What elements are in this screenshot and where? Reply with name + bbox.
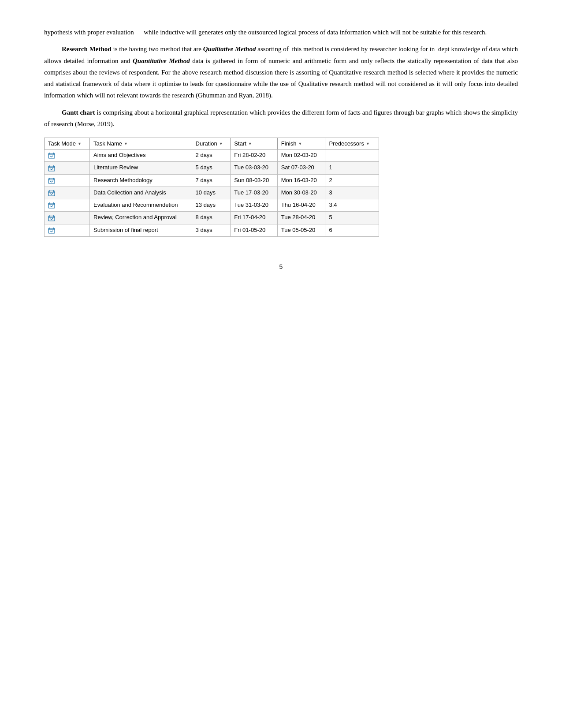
col-header-task-mode[interactable]: Task Mode ▼	[45, 138, 90, 149]
cell-finish: Mon 02-03-20	[277, 149, 325, 162]
task-mode-icon	[48, 189, 55, 197]
svg-rect-16	[48, 203, 55, 208]
table-row: Aims and Objectives2 daysFri 28-02-20Mon…	[45, 149, 379, 162]
col-duration-sort-icon: ▼	[219, 142, 223, 146]
task-mode-icon	[48, 227, 55, 234]
cell-predecessors: 3,4	[325, 199, 379, 212]
col-header-predecessors[interactable]: Predecessors ▼	[325, 138, 379, 149]
cell-task-name: Evaluation and Recommendetion	[90, 199, 192, 212]
cell-task-mode	[45, 174, 90, 187]
cell-predecessors: 5	[325, 212, 379, 224]
cell-task-name: Review, Correction and Approval	[90, 212, 192, 224]
paragraph-research-method: Research Method is the having two method…	[44, 43, 518, 101]
cell-task-mode	[45, 162, 90, 174]
task-mode-icon	[48, 164, 55, 172]
cell-task-mode	[45, 187, 90, 199]
col-header-start[interactable]: Start ▼	[231, 138, 277, 149]
svg-rect-24	[48, 228, 55, 233]
table-row: Literature Review5 daysTue 03-03-20Sat 0…	[45, 162, 379, 174]
cell-duration: 8 days	[192, 212, 231, 224]
col-start-label: Start	[234, 140, 246, 147]
cell-start: Sun 08-03-20	[231, 174, 277, 187]
col-task-mode-label: Task Mode	[48, 140, 76, 147]
cell-finish: Mon 16-03-20	[277, 174, 325, 187]
cell-duration: 2 days	[192, 149, 231, 162]
task-mode-icon	[48, 202, 55, 209]
col-header-finish[interactable]: Finish ▼	[277, 138, 325, 149]
svg-rect-8	[48, 179, 55, 183]
cell-predecessors: 3	[325, 187, 379, 199]
col-task-name-label: Task Name	[93, 140, 122, 147]
table-row: Data Collection and Analysis10 daysTue 1…	[45, 187, 379, 199]
cell-start: Fri 01-05-20	[231, 224, 277, 236]
cell-start: Tue 17-03-20	[231, 187, 277, 199]
col-header-duration[interactable]: Duration ▼	[192, 138, 231, 149]
page-number: 5	[44, 263, 518, 270]
table-row: Research Methodology7 daysSun 08-03-20Mo…	[45, 174, 379, 187]
cell-task-name: Submission of final report	[90, 224, 192, 236]
cell-task-name: Aims and Objectives	[90, 149, 192, 162]
cell-task-mode	[45, 224, 90, 236]
cell-finish: Tue 28-04-20	[277, 212, 325, 224]
cell-start: Fri 17-04-20	[231, 212, 277, 224]
cell-task-name: Research Methodology	[90, 174, 192, 187]
table-row: Evaluation and Recommendetion13 daysTue …	[45, 199, 379, 212]
cell-task-name: Literature Review	[90, 162, 192, 174]
cell-finish: Thu 16-04-20	[277, 199, 325, 212]
svg-rect-12	[48, 191, 55, 196]
col-duration-label: Duration	[196, 140, 217, 147]
table-row: Submission of final report3 daysFri 01-0…	[45, 224, 379, 236]
svg-rect-20	[48, 216, 55, 221]
cell-duration: 10 days	[192, 187, 231, 199]
col-finish-sort-icon: ▼	[298, 142, 302, 146]
cell-predecessors: 1	[325, 162, 379, 174]
task-mode-icon	[48, 152, 55, 159]
cell-duration: 13 days	[192, 199, 231, 212]
col-task-name-sort-icon: ▼	[124, 142, 128, 146]
cell-start: Tue 31-03-20	[231, 199, 277, 212]
col-task-mode-sort-icon: ▼	[78, 142, 82, 146]
col-predecessors-label: Predecessors	[329, 140, 364, 147]
cell-start: Fri 28-02-20	[231, 149, 277, 162]
col-header-task-name[interactable]: Task Name ▼	[90, 138, 192, 149]
task-mode-icon	[48, 177, 55, 184]
cell-finish: Tue 05-05-20	[277, 224, 325, 236]
col-predecessors-sort-icon: ▼	[366, 142, 370, 146]
cell-task-mode	[45, 199, 90, 212]
cell-duration: 3 days	[192, 224, 231, 236]
cell-predecessors	[325, 149, 379, 162]
cell-duration: 5 days	[192, 162, 231, 174]
cell-task-mode	[45, 149, 90, 162]
svg-rect-4	[48, 166, 55, 171]
paragraph-gantt-chart: Gantt chart is comprising about a horizo…	[44, 107, 518, 130]
gantt-table: Task Mode ▼ Task Name ▼ Duration ▼ Start	[44, 138, 379, 237]
cell-predecessors: 6	[325, 224, 379, 236]
cell-finish: Sat 07-03-20	[277, 162, 325, 174]
paragraph-1: hypothesis with proper evaluation while …	[44, 26, 518, 38]
cell-start: Tue 03-03-20	[231, 162, 277, 174]
cell-duration: 7 days	[192, 174, 231, 187]
document-body: hypothesis with proper evaluation while …	[44, 26, 518, 130]
cell-task-mode	[45, 212, 90, 224]
cell-task-name: Data Collection and Analysis	[90, 187, 192, 199]
cell-finish: Mon 30-03-20	[277, 187, 325, 199]
cell-predecessors: 2	[325, 174, 379, 187]
table-row: Review, Correction and Approval8 daysFri…	[45, 212, 379, 224]
col-start-sort-icon: ▼	[248, 142, 252, 146]
col-finish-label: Finish	[281, 140, 297, 147]
task-mode-icon	[48, 214, 55, 221]
svg-rect-0	[48, 153, 55, 158]
